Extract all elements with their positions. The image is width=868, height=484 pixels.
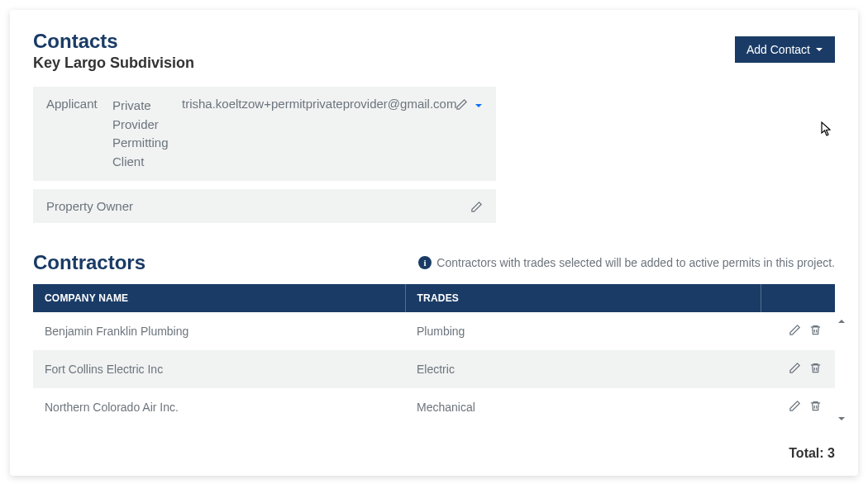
table-header-row: COMPANY NAME TRADES xyxy=(33,284,835,312)
delete-row-button[interactable] xyxy=(808,360,823,378)
contact-row-property-owner: Property Owner xyxy=(33,189,496,223)
contractors-hint-text: Contractors with trades selected will be… xyxy=(436,256,835,269)
contractors-total: Total: 3 xyxy=(33,426,835,461)
scroll-down-icon xyxy=(837,411,846,426)
contacts-title: Contacts xyxy=(33,30,194,53)
contact-role-label: Applicant xyxy=(46,97,112,111)
delete-row-button[interactable] xyxy=(808,398,823,416)
pencil-icon xyxy=(789,400,801,415)
trash-icon xyxy=(809,400,822,415)
total-value: 3 xyxy=(827,446,835,460)
trash-icon xyxy=(809,324,822,339)
caret-down-icon xyxy=(475,100,483,112)
contractors-table: COMPANY NAME TRADES Benjamin Franklin Pl… xyxy=(33,284,835,426)
contacts-header: Contacts Key Largo Subdivision Add Conta… xyxy=(33,30,835,72)
add-contact-button[interactable]: Add Contact xyxy=(735,36,835,63)
contractors-hint: i Contractors with trades selected will … xyxy=(418,256,835,269)
edit-row-button[interactable] xyxy=(787,398,803,416)
svg-text:i: i xyxy=(424,258,427,268)
table-row: Northern Colorado Air Inc. Mechanical xyxy=(33,388,835,426)
pencil-icon xyxy=(789,324,801,339)
info-icon: i xyxy=(418,256,432,269)
pencil-icon xyxy=(470,201,483,216)
contacts-subtitle: Key Largo Subdivision xyxy=(33,55,194,72)
edit-row-button[interactable] xyxy=(787,360,803,378)
cell-company: Fort Collins Electric Inc xyxy=(33,350,405,388)
edit-contact-button[interactable] xyxy=(454,97,470,115)
pencil-icon xyxy=(789,362,801,377)
contact-row-applicant: Applicant Private Provider Permitting Cl… xyxy=(33,87,496,181)
cell-trade: Electric xyxy=(405,350,761,388)
contact-actions xyxy=(454,97,484,115)
table-row: Fort Collins Electric Inc Electric xyxy=(33,350,835,388)
cell-trade: Mechanical xyxy=(405,388,761,426)
row-actions xyxy=(772,398,823,416)
column-header-trades[interactable]: TRADES xyxy=(405,284,761,312)
column-header-company[interactable]: COMPANY NAME xyxy=(33,284,405,312)
edit-row-button[interactable] xyxy=(787,322,803,340)
contact-dropdown-button[interactable] xyxy=(473,98,484,114)
cursor-icon xyxy=(820,121,833,140)
column-header-actions xyxy=(761,284,835,312)
contact-name: Private Provider Permitting Client xyxy=(112,97,179,171)
cell-company: Northern Colorado Air Inc. xyxy=(33,388,405,426)
table-row: Benjamin Franklin Plumbing Plumbing xyxy=(33,312,835,350)
contact-actions xyxy=(469,199,484,217)
contact-email: trisha.koeltzow+permitprivateprovider@gm… xyxy=(179,97,483,111)
trash-icon xyxy=(809,362,822,377)
card: Contacts Key Largo Subdivision Add Conta… xyxy=(10,10,858,476)
scroll-up-icon xyxy=(837,314,846,329)
edit-contact-button[interactable] xyxy=(469,199,484,217)
cell-company: Benjamin Franklin Plumbing xyxy=(33,312,405,350)
contact-role-label: Property Owner xyxy=(46,199,483,213)
contractors-table-wrapper: COMPANY NAME TRADES Benjamin Franklin Pl… xyxy=(33,284,835,426)
contacts-title-block: Contacts Key Largo Subdivision xyxy=(33,30,194,72)
caret-down-icon xyxy=(815,43,823,56)
delete-row-button[interactable] xyxy=(808,322,823,340)
row-actions xyxy=(772,360,823,378)
add-contact-label: Add Contact xyxy=(746,43,810,56)
cell-trade: Plumbing xyxy=(405,312,761,350)
contractors-header: Contractors i Contractors with trades se… xyxy=(33,251,835,274)
row-actions xyxy=(772,322,823,340)
total-label: Total: xyxy=(789,446,823,460)
pencil-icon xyxy=(455,98,468,113)
contractors-title: Contractors xyxy=(33,251,145,274)
scrollbar[interactable] xyxy=(836,314,847,426)
